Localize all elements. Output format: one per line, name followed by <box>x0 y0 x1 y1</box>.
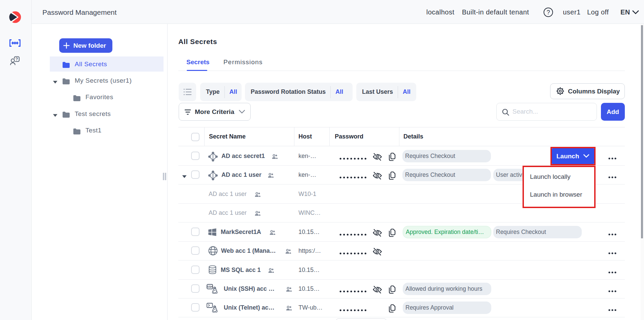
svg-text:SSH: SSH <box>207 285 213 288</box>
svg-text:?: ? <box>15 56 18 62</box>
svg-text:?: ? <box>546 9 550 16</box>
